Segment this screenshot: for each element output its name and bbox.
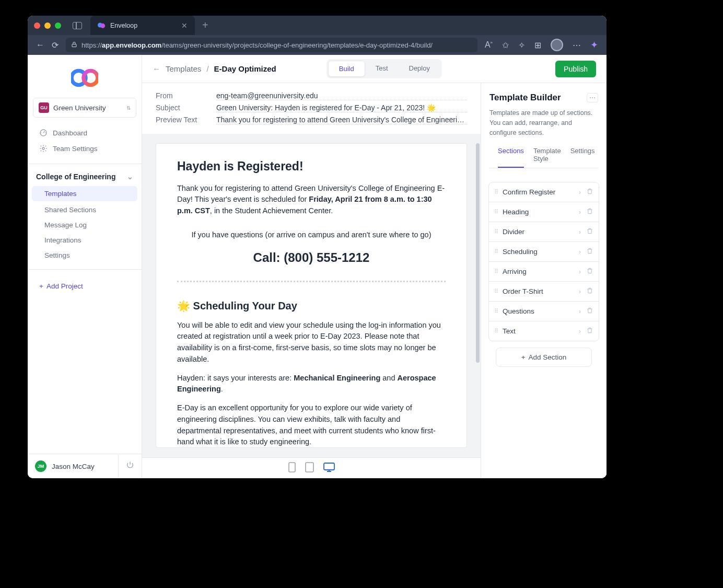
nav-settings[interactable]: Settings [28, 248, 142, 263]
dashboard-icon [39, 129, 48, 137]
new-tab-button[interactable]: + [202, 19, 208, 31]
sidebar-toggle-icon[interactable] [73, 22, 82, 29]
app-container: GU Green University ⇅ Dashboard Team Set… [28, 55, 607, 478]
user-menu[interactable]: JM Jason McCay [28, 454, 118, 478]
section-row[interactable]: ⠿Arriving› [489, 262, 599, 282]
subject-value[interactable]: Green University: Hayden is registered f… [216, 103, 467, 112]
section-label: Order T-Shirt [503, 287, 543, 295]
section-row[interactable]: ⠿Order T-Shirt› [489, 282, 599, 302]
drag-handle-icon[interactable]: ⠿ [494, 308, 497, 315]
chevron-right-icon[interactable]: › [579, 228, 581, 236]
email-paragraph: E-Day is an excellent opportunity for yo… [177, 402, 446, 448]
url-bar[interactable]: https://app.enveloop.com/teams/green-uni… [66, 38, 477, 52]
tablet-icon[interactable] [305, 462, 314, 475]
delete-icon[interactable] [586, 188, 593, 197]
browser-tab[interactable]: Enveloop ✕ [90, 16, 195, 35]
section-row[interactable]: ⠿Confirm Register› [489, 182, 599, 202]
nav-shared-sections[interactable]: Shared Sections [28, 202, 142, 217]
email-paragraph: Thank you for registering to attend Gree… [177, 183, 446, 217]
drag-handle-icon[interactable]: ⠿ [494, 248, 497, 255]
section-label: Heading [503, 208, 529, 216]
svg-rect-0 [72, 44, 76, 47]
builder-tab-settings[interactable]: Settings [570, 147, 595, 168]
breadcrumb-templates[interactable]: Templates [166, 64, 201, 73]
scrollbar[interactable] [476, 143, 480, 363]
builder-tab-sections[interactable]: Sections [498, 147, 524, 168]
read-aloud-icon[interactable]: A» [485, 40, 493, 50]
from-label: From [156, 91, 206, 100]
chevron-right-icon[interactable]: › [579, 209, 581, 216]
logo [28, 55, 142, 98]
chevron-right-icon[interactable]: › [579, 328, 581, 335]
desktop-icon[interactable] [323, 463, 335, 474]
delete-icon[interactable] [586, 207, 593, 216]
window-minimize[interactable] [44, 22, 51, 29]
main-header: ← Templates / E-Day Optimized Build Test… [142, 55, 607, 83]
drag-handle-icon[interactable]: ⠿ [494, 268, 497, 275]
add-section-button[interactable]: + Add Section [496, 348, 592, 367]
window-close[interactable] [34, 22, 40, 29]
nav-team-settings[interactable]: Team Settings [28, 141, 142, 156]
section-row[interactable]: ⠿Questions› [489, 302, 599, 321]
gear-icon [39, 144, 48, 153]
builder-tab-style[interactable]: Template Style [533, 147, 561, 168]
delete-icon[interactable] [586, 327, 593, 336]
back-arrow-icon[interactable]: ← [153, 64, 160, 73]
preview-value[interactable]: Thank you for registering to attend Gree… [216, 116, 467, 124]
drag-handle-icon[interactable]: ⠿ [494, 288, 497, 295]
section-row[interactable]: ⠿Heading› [489, 202, 599, 222]
delete-icon[interactable] [586, 227, 593, 236]
drag-handle-icon[interactable]: ⠿ [494, 209, 497, 215]
nav-message-log[interactable]: Message Log [28, 217, 142, 233]
canvas-area[interactable]: Hayden is Registered! Thank you for regi… [142, 134, 481, 457]
more-icon[interactable]: ⋯ [573, 40, 581, 50]
chevron-right-icon[interactable]: › [579, 268, 581, 275]
section-label: Questions [503, 307, 534, 315]
tab-build[interactable]: Build [328, 61, 365, 77]
section-row[interactable]: ⠿Scheduling› [489, 242, 599, 262]
breadcrumb: ← Templates / E-Day Optimized [153, 64, 276, 73]
drag-handle-icon[interactable]: ⠿ [494, 228, 497, 235]
from-value[interactable]: eng-team@greenuniversity.edu [216, 91, 467, 100]
tab-deploy[interactable]: Deploy [399, 61, 440, 77]
drag-handle-icon[interactable]: ⠿ [494, 189, 497, 195]
add-project-button[interactable]: + Add Project [28, 275, 142, 297]
email-preview[interactable]: Hayden is Registered! Thank you for regi… [156, 143, 467, 448]
tab-close-icon[interactable]: ✕ [181, 21, 188, 30]
enveloop-logo-icon [71, 68, 98, 87]
chevron-right-icon[interactable]: › [579, 189, 581, 196]
delete-icon[interactable] [586, 247, 593, 256]
main-content: ← Templates / E-Day Optimized Build Test… [142, 55, 607, 478]
email-paragraph: You will be able to edit and view your s… [177, 320, 446, 365]
publish-button[interactable]: Publish [555, 61, 596, 77]
copilot-icon[interactable]: ✦ [590, 39, 598, 51]
refresh-icon[interactable]: ⟳ [52, 40, 59, 50]
logout-button[interactable] [118, 455, 142, 478]
profile-avatar[interactable] [551, 39, 563, 51]
project-header[interactable]: College of Engineering ⌄ [28, 169, 142, 184]
mobile-icon[interactable] [288, 462, 296, 475]
drag-handle-icon[interactable]: ⠿ [494, 328, 497, 335]
delete-icon[interactable] [586, 267, 593, 276]
favorite-icon[interactable]: ✩ [502, 40, 509, 50]
nav-dashboard[interactable]: Dashboard [28, 125, 142, 141]
window-maximize[interactable] [55, 22, 61, 29]
section-row[interactable]: ⠿Text› [489, 321, 599, 341]
delete-icon[interactable] [586, 287, 593, 296]
back-icon[interactable]: ← [36, 40, 44, 50]
preview-label: Preview Text [156, 116, 206, 124]
chevron-right-icon[interactable]: › [579, 288, 581, 295]
collections-icon[interactable]: ⊞ [534, 40, 541, 50]
section-row[interactable]: ⠿Divider› [489, 222, 599, 242]
nav-integrations[interactable]: Integrations [28, 233, 142, 248]
extensions-icon[interactable]: ✧ [518, 40, 525, 50]
builder-menu-icon[interactable]: ⋯ [587, 93, 598, 102]
plus-icon: + [521, 353, 526, 361]
email-heading: Hayden is Registered! [177, 157, 446, 176]
team-selector[interactable]: GU Green University ⇅ [33, 98, 136, 118]
chevron-right-icon[interactable]: › [579, 248, 581, 256]
tab-test[interactable]: Test [365, 61, 399, 77]
delete-icon[interactable] [586, 307, 593, 316]
chevron-right-icon[interactable]: › [579, 308, 581, 315]
nav-templates[interactable]: Templates [32, 186, 137, 201]
